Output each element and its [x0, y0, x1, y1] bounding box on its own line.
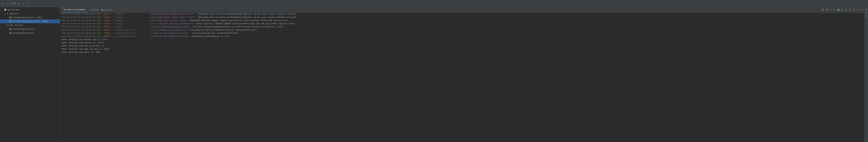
- svg-text:S: S: [5, 9, 6, 11]
- step-out-icon[interactable]: [848, 8, 852, 12]
- log-message: [REGISTER-SERVICE] public registering se…: [189, 20, 288, 22]
- tree-item-gateway[interactable]: GatewayApplication: [0, 31, 60, 35]
- clear-log-icon[interactable]: [865, 15, 868, 17]
- log-class: o.s.web.servlet.DispatcherServlet: [150, 35, 188, 37]
- minimize-icon[interactable]: —: [6, 2, 9, 5]
- log-message: nacos registry, DEFAULT_GROUP cloud-cons…: [196, 23, 294, 25]
- reload-icon[interactable]: [825, 8, 828, 12]
- tab-console[interactable]: Console: [88, 7, 100, 13]
- svg-rect-14: [838, 9, 838, 11]
- tree-area: ▾ S Spring Boot ▾ ▶ Running Pro: [0, 7, 60, 142]
- settings-icon[interactable]: [865, 11, 868, 14]
- close-icon[interactable]: ✕: [1, 2, 5, 5]
- log-line-10: INFO: Sentinel log charset is: utf-8: [60, 42, 864, 45]
- log-timestamp: 2024-04-07T10:04:16.508+08:00: [62, 20, 95, 22]
- expand-icon-consumer-feign: [6, 20, 9, 23]
- app-green-icon-3: [9, 28, 12, 31]
- log-timestamp: 2024-04-07T10:04:16.536+08:00: [62, 26, 95, 28]
- log-message: [815aeb60-a676-47c4-8c01-fe1d53653b5d] R…: [198, 16, 296, 19]
- log-class: o.a.c.C.[Tomcat].[localhost].[/]: [150, 29, 187, 31]
- log-level: INFO: [96, 26, 103, 28]
- log-pid: 25525: [104, 23, 110, 25]
- log-colon: :: [189, 32, 191, 34]
- app-green-icon-4: [9, 32, 12, 34]
- tree-item-provider[interactable]: ProviderApplication :9001/: [0, 15, 60, 20]
- eye-icon[interactable]: [12, 2, 16, 5]
- log-message: Initializing Spring DispatcherServlet 'd…: [191, 29, 257, 31]
- step-over-icon[interactable]: [840, 8, 844, 12]
- log-pid: 25525: [104, 32, 110, 34]
- log-dashes: --- [: [111, 20, 116, 22]
- tree-item-running[interactable]: ▾ ▶ Running: [0, 12, 60, 15]
- log-dashes: --- [: [111, 13, 116, 15]
- expand-icon: ▾: [1, 8, 4, 11]
- svg-point-7: [10, 21, 11, 22]
- step-into-icon[interactable]: [844, 8, 848, 12]
- log-message: Initializing Servlet 'dispatcherServlet': [192, 32, 239, 34]
- tree-item-consumer[interactable]: ConsumerApplication: [0, 27, 60, 31]
- more-actions-icon[interactable]: ⋯: [860, 8, 863, 12]
- log-line-12: INFO: Sentinel log name use pid is: fals…: [60, 48, 864, 51]
- log-timestamp: 2024-04-07T10:04:16.619+08:00: [62, 29, 95, 31]
- step-down-icon[interactable]: [17, 2, 21, 5]
- log-thread: on(3)-127.0.0.1]: [117, 32, 149, 34]
- tree-item-consumer-feign[interactable]: ConsumerFeignApplication :9003/: [0, 20, 60, 23]
- tree-label-provider: ProviderApplication :9001/: [12, 16, 43, 19]
- log-colon: :: [189, 35, 191, 37]
- expand-icon-not-started: ▾: [4, 24, 6, 27]
- refresh-icon[interactable]: ↻: [22, 2, 25, 5]
- add-icon[interactable]: +: [26, 2, 30, 5]
- log-dashes: --- [: [111, 35, 116, 37]
- stop-icon[interactable]: ■: [829, 8, 832, 12]
- log-line-1: 2024-04-07T10:04:16.505+08:00 INFO 25525…: [60, 13, 864, 16]
- app-green-icon-2: [9, 20, 12, 23]
- log-class: c.a.c.n.registry.NacosServiceRegistry: [150, 23, 193, 25]
- log-level: INFO: [96, 13, 103, 15]
- app-green-icon: [9, 16, 12, 19]
- actuator-label: Actuator: [104, 9, 113, 11]
- refresh-log-icon[interactable]: [821, 8, 825, 12]
- wrap-text-icon[interactable]: [865, 8, 868, 10]
- log-plain-message: INFO: Sentinel log charset is: utf-8: [62, 42, 104, 44]
- log-colon: :: [194, 23, 195, 25]
- log-line-7: 2024-04-07T10:04:16.619+08:00 INFO 25525…: [60, 32, 864, 35]
- mute-breakpoints-icon[interactable]: [852, 8, 856, 12]
- log-thread: main]: [117, 26, 149, 28]
- log-dashes: --- [: [111, 29, 116, 31]
- log-plain-message: INFO: Sentinel log output type is: file: [62, 38, 107, 41]
- tree-item-not-started[interactable]: ▾ Not Started: [0, 23, 60, 27]
- tree-item-spring-boot[interactable]: ▾ S Spring Boot: [0, 8, 60, 12]
- log-plain-message: INFO: Sentinel log base directory is: [62, 45, 104, 47]
- log-message: [815aeb60-a676-47c4-8c01-fe1d53653b5d] R…: [198, 13, 296, 15]
- tab-threads-variables[interactable]: Threads & Variables: [61, 7, 88, 13]
- right-gutter: [864, 7, 868, 142]
- resume-icon[interactable]: ▶: [833, 8, 836, 12]
- log-level: INFO: [96, 35, 103, 37]
- left-panel: ▾ S Spring Boot ▾ ▶ Running Pro: [0, 7, 60, 142]
- log-message: Completed initialization in 2 ms: [192, 35, 229, 37]
- log-line-5: 2024-04-07T10:04:16.536+08:00 INFO 25525…: [60, 26, 864, 29]
- tree-label-consumer-feign: ConsumerFeignApplication :9003/: [12, 20, 49, 23]
- svg-point-13: [10, 33, 11, 34]
- tree-label-gateway: GatewayApplication: [12, 32, 33, 34]
- svg-point-11: [10, 29, 11, 30]
- log-timestamp: 2024-04-07T10:04:16.619+08:00: [62, 32, 95, 34]
- expand-icon-gateway: [6, 32, 9, 34]
- pause-icon[interactable]: [837, 8, 840, 12]
- spring-icon: S: [4, 8, 7, 11]
- log-dashes: --- [: [111, 16, 116, 19]
- log-colon: :: [191, 26, 192, 28]
- log-line-8: 2024-04-07T10:04:16.621+08:00 INFO 25525…: [60, 35, 864, 38]
- log-thread: on(3)-127.0.0.1]: [117, 29, 149, 31]
- log-area[interactable]: 2024-04-07T10:04:16.505+08:00 INFO 25525…: [60, 13, 864, 142]
- log-colon: :: [187, 20, 188, 22]
- log-thread: main]: [117, 16, 149, 19]
- top-toolbar: ✕ — ↻ +: [0, 0, 868, 7]
- log-line-6: 2024-04-07T10:04:16.619+08:00 INFO 25525…: [60, 29, 864, 32]
- log-timestamp: 2024-04-07T10:04:16.520+08:00: [62, 23, 95, 25]
- log-pid: 25525: [104, 35, 110, 37]
- log-thread: main]: [117, 13, 149, 15]
- tab-bar: Threads & Variables Console Actuator ■ ▶: [60, 7, 864, 13]
- edit-icon[interactable]: ✎: [856, 8, 860, 12]
- log-thread: main]: [117, 20, 149, 22]
